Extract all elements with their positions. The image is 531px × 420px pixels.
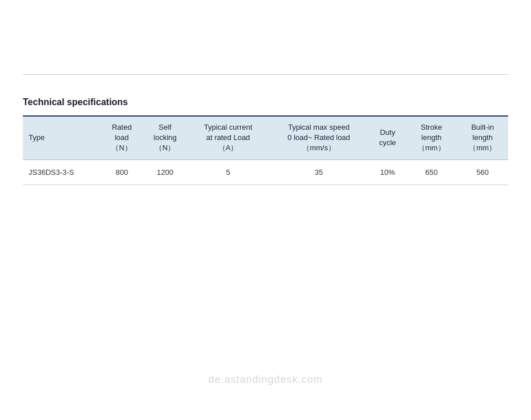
content-area: Technical specifications Type Ratedload（… xyxy=(23,97,508,185)
cell-built-in-length: 560 xyxy=(457,159,509,185)
col-header-typical-max-speed: Typical max speed0 load~ Rated load（mm/s… xyxy=(269,116,369,159)
page-container: Technical specifications Type Ratedload（… xyxy=(0,0,531,420)
col-header-built-in-length: Built-inlength（mm） xyxy=(457,116,509,159)
col-header-self-locking: Selflocking（N） xyxy=(142,116,187,159)
cell-type: JS36DS3-3-S xyxy=(23,159,101,185)
col-header-stroke-length: Strokelength（mm） xyxy=(406,116,457,159)
specs-table: Type Ratedload（N） Selflocking（N） Typical… xyxy=(23,115,508,185)
col-header-typical-current: Typical currentat rated Load（A） xyxy=(187,116,268,159)
col-header-type: Type xyxy=(23,116,101,159)
cell-self-locking: 1200 xyxy=(142,159,187,185)
top-divider xyxy=(23,74,508,75)
section-title: Technical specifications xyxy=(23,97,508,107)
cell-duty-cycle: 10% xyxy=(369,159,406,185)
watermark: de.astandingdesk.com xyxy=(0,374,531,386)
col-header-rated-load: Ratedload（N） xyxy=(101,116,142,159)
col-header-duty-cycle: Dutycycle xyxy=(369,116,406,159)
cell-stroke-length: 650 xyxy=(406,159,457,185)
cell-typical-max-speed: 35 xyxy=(269,159,369,185)
table-row: JS36DS3-3-S 800 1200 5 35 10% 650 560 xyxy=(23,159,508,185)
cell-rated-load: 800 xyxy=(101,159,142,185)
cell-typical-current: 5 xyxy=(187,159,268,185)
table-header-row: Type Ratedload（N） Selflocking（N） Typical… xyxy=(23,116,508,159)
